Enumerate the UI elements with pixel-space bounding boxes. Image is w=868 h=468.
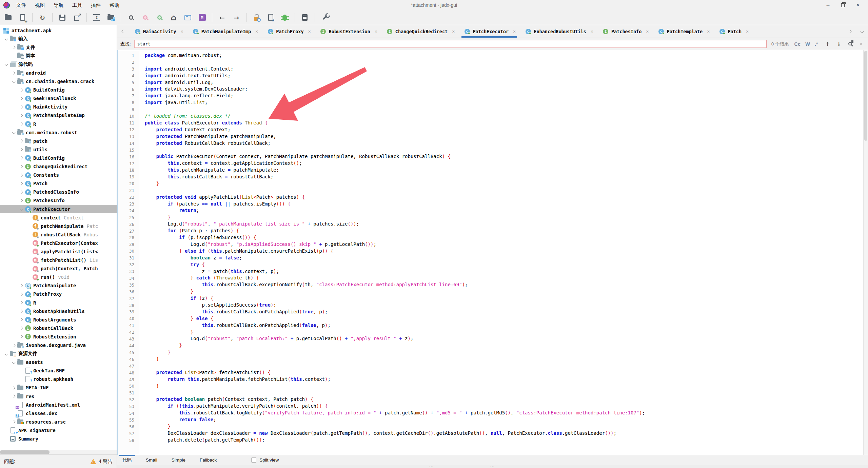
debugger-icon[interactable] bbox=[279, 12, 290, 23]
tree-item-源代码[interactable]: 源代码 bbox=[0, 60, 117, 69]
tree-chevron-slot[interactable] bbox=[18, 148, 24, 151]
tab-PatchManipulateImp[interactable]: cPatchManipulateImp× bbox=[188, 25, 262, 38]
tree-chevron-slot[interactable] bbox=[3, 353, 9, 355]
chevron-down-icon[interactable] bbox=[12, 131, 15, 134]
tree-chevron-slot[interactable] bbox=[18, 174, 24, 176]
tree-item-com.meituan.robust[interactable]: com.meituan.robust bbox=[0, 128, 117, 137]
split-view-toggle[interactable]: Split view bbox=[251, 457, 279, 463]
tree-item-cn.chaitin.geektan.crack[interactable]: cn.chaitin.geektan.crack bbox=[0, 77, 117, 86]
text-search-icon[interactable] bbox=[125, 12, 136, 23]
chevron-right-icon[interactable] bbox=[19, 165, 23, 168]
search-prev-button[interactable]: ↑ bbox=[824, 41, 832, 47]
tree-item-fetchPatchList()[interactable]: mfetchPatchList()Lis bbox=[0, 256, 117, 265]
tree-chevron-slot[interactable] bbox=[10, 361, 17, 364]
comment-search-icon[interactable] bbox=[154, 12, 165, 23]
tree-item-RobustExtension[interactable]: IRobustExtension bbox=[0, 332, 117, 341]
chevron-right-icon[interactable] bbox=[19, 148, 23, 151]
chevron-down-icon[interactable] bbox=[12, 360, 15, 364]
tree-chevron-slot[interactable] bbox=[10, 395, 17, 397]
tree-chevron-slot[interactable] bbox=[18, 157, 24, 159]
tree-item-utils[interactable]: utils bbox=[0, 145, 117, 154]
tree-item-PatchManipulateImp[interactable]: cPatchManipulateImp bbox=[0, 111, 117, 120]
tree-item-资源文件[interactable]: 资源文件 bbox=[0, 350, 117, 358]
tree-item-resources.arsc[interactable]: resources.arsc bbox=[0, 417, 117, 426]
device-edit-icon[interactable] bbox=[265, 12, 276, 23]
chevron-right-icon[interactable] bbox=[19, 190, 23, 194]
tree-item-BuildConfig[interactable]: cBuildConfig bbox=[0, 86, 117, 94]
tree-item-PatchManipulate[interactable]: cPatchManipulate bbox=[0, 281, 117, 290]
export-icon[interactable]: ↗ bbox=[71, 12, 82, 23]
chevron-down-icon[interactable] bbox=[19, 208, 23, 211]
menu-item-帮助[interactable]: 帮助 bbox=[105, 2, 124, 8]
tab-PatchTemplate[interactable]: cPatchTemplate× bbox=[653, 25, 714, 38]
chevron-right-icon[interactable] bbox=[19, 105, 23, 109]
flatten-packages-icon[interactable]: ↕ bbox=[91, 12, 102, 23]
tree-chevron-slot[interactable] bbox=[18, 335, 24, 338]
view-tab-Fallback[interactable]: Fallback bbox=[196, 455, 220, 465]
tree-chevron-slot[interactable] bbox=[18, 97, 24, 100]
deobfuscation-icon[interactable] bbox=[251, 12, 262, 23]
chevron-down-icon[interactable] bbox=[12, 80, 15, 83]
tree-item-R[interactable]: cR bbox=[0, 298, 117, 307]
scrollbar-thumb[interactable] bbox=[864, 51, 867, 141]
chevron-right-icon[interactable] bbox=[19, 301, 23, 305]
tree-chevron-slot[interactable] bbox=[18, 327, 24, 329]
sidebar-hscrollbar[interactable] bbox=[0, 450, 117, 454]
tab-close-icon[interactable]: × bbox=[452, 29, 455, 34]
search-close-button[interactable]: × bbox=[857, 41, 864, 47]
tree-chevron-slot[interactable] bbox=[18, 182, 24, 185]
chevron-right-icon[interactable] bbox=[12, 386, 15, 390]
chevron-right-icon[interactable] bbox=[19, 284, 23, 287]
tree-chevron-slot[interactable] bbox=[18, 318, 24, 321]
main-class-icon[interactable]: M bbox=[197, 12, 208, 23]
chevron-down-icon[interactable] bbox=[4, 352, 8, 355]
tab-close-icon[interactable]: × bbox=[375, 29, 377, 34]
log-viewer-icon[interactable] bbox=[299, 12, 310, 23]
tab-PatchProxy[interactable]: cPatchProxy× bbox=[262, 25, 315, 38]
chevron-down-icon[interactable] bbox=[4, 63, 8, 66]
tab-EnhancedRobustUtils[interactable]: cEnhancedRobustUtils× bbox=[520, 25, 597, 38]
tab-close-icon[interactable]: × bbox=[646, 29, 649, 34]
chevron-right-icon[interactable] bbox=[19, 199, 23, 202]
tree-chevron-slot[interactable] bbox=[3, 38, 9, 40]
tree-item-BuildConfig[interactable]: cBuildConfig bbox=[0, 154, 117, 162]
tree-chevron-slot[interactable] bbox=[10, 387, 17, 389]
tab-Patch[interactable]: cPatch× bbox=[714, 25, 753, 38]
tree-item-ChangeQuickRedirect[interactable]: IChangeQuickRedirect bbox=[0, 162, 117, 171]
tree-item-Constants[interactable]: cConstants bbox=[0, 171, 117, 179]
tree-chevron-slot[interactable] bbox=[18, 191, 24, 193]
view-tab-Simple[interactable]: Simple bbox=[168, 455, 189, 465]
chevron-right-icon[interactable] bbox=[19, 293, 23, 296]
tab-close-icon[interactable]: × bbox=[255, 29, 258, 34]
tree-item-文件[interactable]: 文件 bbox=[0, 43, 117, 52]
tab-close-icon[interactable]: × bbox=[591, 29, 593, 34]
search-input[interactable]: start bbox=[134, 40, 767, 48]
tree-item-GeekTanCallBack[interactable]: cGeekTanCallBack bbox=[0, 94, 117, 103]
tree-chevron-slot[interactable] bbox=[18, 140, 24, 142]
tree-chevron-slot[interactable] bbox=[18, 165, 24, 168]
chevron-right-icon[interactable] bbox=[19, 88, 23, 92]
package-view-icon[interactable] bbox=[105, 12, 116, 23]
tree-item-PatchProxy[interactable]: cPatchProxy bbox=[0, 290, 117, 298]
tree-item-AndroidManifest.xml[interactable]: MFAndroidManifest.xml bbox=[0, 401, 117, 409]
tab-PatchesInfo[interactable]: IPatchesInfo× bbox=[597, 25, 653, 38]
tree-item-applyPatchList(List<[interactable]: mapplyPatchList(List< bbox=[0, 247, 117, 256]
tree-chevron-slot[interactable] bbox=[18, 310, 24, 312]
tab-close-icon[interactable]: × bbox=[308, 29, 311, 34]
tree-item-PatchedClassInfo[interactable]: cPatchedClassInfo bbox=[0, 188, 117, 196]
tree-item-ivonhoe.dexguard.java[interactable]: ivonhoe.dexguard.java bbox=[0, 341, 117, 349]
tree-chevron-slot[interactable] bbox=[18, 106, 24, 108]
menu-item-视图[interactable]: 视图 bbox=[31, 2, 49, 8]
tab-close-icon[interactable]: × bbox=[513, 29, 516, 34]
tree-item-PatchExecutor(Contex[interactable]: mPatchExecutor(Contex bbox=[0, 239, 117, 247]
main-activity-icon[interactable]: ⌂ bbox=[168, 12, 179, 23]
tab-close-icon[interactable]: × bbox=[746, 29, 749, 34]
tree-item-RobustCallBack[interactable]: IRobustCallBack bbox=[0, 324, 117, 332]
menu-item-工具[interactable]: 工具 bbox=[68, 2, 86, 8]
editor-vscrollbar[interactable] bbox=[863, 50, 868, 455]
search-option-Cc[interactable]: Cc bbox=[792, 41, 803, 47]
chevron-right-icon[interactable] bbox=[19, 327, 23, 330]
search-in-doc-icon[interactable] bbox=[846, 41, 854, 46]
tab-close-icon[interactable]: × bbox=[181, 29, 183, 34]
chevron-right-icon[interactable] bbox=[19, 182, 23, 185]
